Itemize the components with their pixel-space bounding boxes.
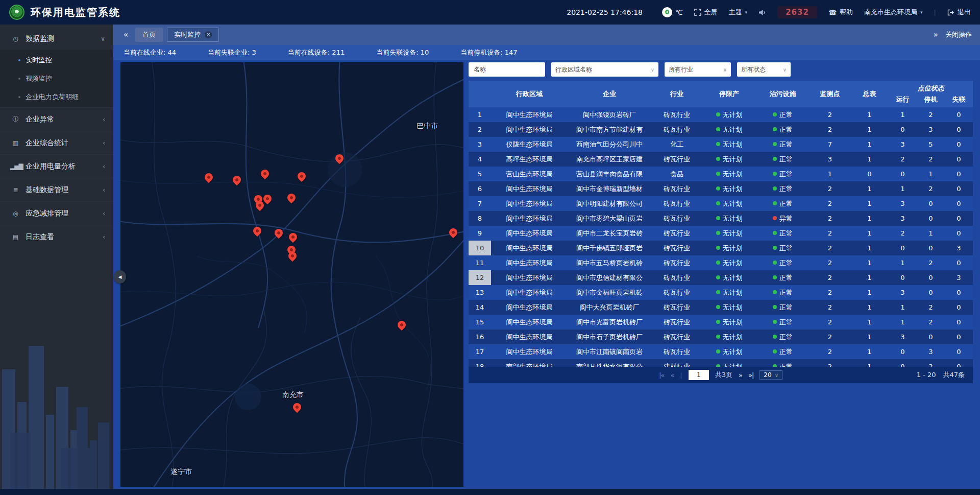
table-row[interactable]: 15阆中生态环境局阆中市光富页岩机砖厂砖瓦行业无计划正常21120: [469, 315, 973, 329]
tab[interactable]: 首页: [135, 28, 163, 42]
cell-company: 南部县珠华水泥有限公: [568, 359, 651, 367]
cell-stop: 0: [917, 270, 945, 285]
chevron-left-icon: ‹: [103, 186, 105, 194]
cell-industry: 砖瓦行业: [651, 226, 702, 241]
tabs-back-button[interactable]: «: [121, 30, 130, 39]
tab-bar: « 首页实时监控× » 关闭操作: [113, 25, 980, 45]
status-filter-select[interactable]: 所有状态 ∨: [737, 62, 791, 77]
cell-company: 阆中大兴页岩机砖厂: [568, 300, 651, 315]
tab[interactable]: 实时监控×: [167, 28, 219, 42]
map-collapse-button[interactable]: ◀: [114, 270, 126, 284]
status-dot-green: [716, 112, 720, 116]
region-filter-select[interactable]: 行政区域名称 ∨: [551, 62, 658, 77]
first-page-button[interactable]: |«: [659, 371, 664, 379]
speaker-icon: [758, 9, 766, 16]
tabs-forward-button[interactable]: »: [932, 30, 940, 39]
cell-index: 3: [469, 137, 491, 152]
cell-meters: 1: [850, 359, 889, 367]
org-selector[interactable]: 南充市生态环境局 ▾: [864, 8, 923, 17]
sidebar-item[interactable]: 视频监控: [0, 69, 113, 88]
bullet-icon: [18, 59, 20, 61]
table-row[interactable]: 6阆中生态环境局阆中市金博瑞新型墙材砖瓦行业无计划正常21120: [469, 181, 973, 196]
page-size-select[interactable]: 20 ∨: [760, 370, 782, 380]
divider: |: [934, 9, 936, 16]
fullscreen-button[interactable]: 全屏: [694, 8, 718, 17]
cell-industry: 砖瓦行业: [651, 315, 702, 329]
cell-region: 阆中生态环境局: [491, 285, 568, 300]
sidebar-section[interactable]: ▤日志查看‹: [0, 225, 113, 248]
cell-index: 15: [469, 315, 491, 329]
app-logo-icon: [9, 5, 24, 20]
cell-index: 1: [469, 107, 491, 122]
cell-run: 1: [889, 255, 917, 270]
sidebar-section[interactable]: ◷数据监测∨: [0, 27, 113, 50]
cell-lost: 0: [945, 137, 973, 152]
table-row[interactable]: 7阆中生态环境局阆中明阳建材有限公司砖瓦行业无计划正常21300: [469, 196, 973, 211]
status-dot-green: [716, 290, 720, 294]
cell-points: 2: [810, 196, 850, 211]
stat-item: 当前停机设备: 147: [460, 48, 517, 57]
next-page-button[interactable]: »: [739, 371, 742, 379]
column-header-industry: 行业: [651, 81, 702, 107]
map-roads: [120, 62, 463, 487]
log-icon: ▤: [10, 233, 20, 241]
table-row[interactable]: 16阆中生态环境局阆中市石子页岩机砖厂砖瓦行业无计划正常21300: [469, 329, 973, 344]
last-page-button[interactable]: »|: [748, 371, 753, 379]
sidebar-section[interactable]: ⓘ企业异常‹: [0, 107, 113, 131]
cell-run: 3: [889, 329, 917, 344]
cell-industry: 砖瓦行业: [651, 211, 702, 226]
table-row[interactable]: 2阆中生态环境局阆中市南方节能建材有砖瓦行业无计划正常21030: [469, 122, 973, 137]
industry-filter-select[interactable]: 所有行业 ∨: [665, 62, 731, 77]
table-row[interactable]: 12阆中生态环境局阆中市忠信建材有限公砖瓦行业无计划正常21003: [469, 270, 973, 285]
table-row[interactable]: 10阆中生态环境局阆中千佛镇五郎垭页岩砖瓦行业无计划正常21003: [469, 241, 973, 255]
name-filter-input[interactable]: [469, 62, 545, 77]
cell-region: 阆中生态环境局: [491, 241, 568, 255]
table-row[interactable]: 1阆中生态环境局阆中强锐页岩砖厂砖瓦行业无计划正常21120: [469, 107, 973, 122]
help-button[interactable]: ☎ 帮助: [828, 8, 853, 17]
table-row[interactable]: 13阆中生态环境局阆中市金福旺页岩机砖砖瓦行业无计划正常21300: [469, 285, 973, 300]
sidebar-section[interactable]: ▂▅▇企业用电量分析‹: [0, 154, 113, 178]
filter-bar: 行政区域名称 ∨ 所有行业 ∨ 所有状态 ∨: [469, 62, 973, 77]
sidebar-section-label: 企业异常: [26, 115, 54, 124]
map-panel[interactable]: ◀ 巴中市南充市遂宁市: [120, 62, 463, 487]
sidebar-menu: ◷数据监测∨实时监控视频监控企业电力负荷明细ⓘ企业异常‹▥企业综合统计‹▂▅▇企…: [0, 25, 113, 248]
page-input[interactable]: [689, 370, 709, 380]
table-row[interactable]: 5营山生态环境局营山县润丰肉食品有限食品无计划正常10010: [469, 167, 973, 181]
table-row[interactable]: 14阆中生态环境局阆中大兴页岩机砖厂砖瓦行业无计划正常21120: [469, 300, 973, 315]
cell-production: 无计划: [702, 181, 756, 196]
table-row[interactable]: 9阆中生态环境局阆中市二龙长宝页岩砖砖瓦行业无计划正常21210: [469, 226, 973, 241]
sidebar-section[interactable]: ▥企业综合统计‹: [0, 131, 113, 154]
prev-page-button[interactable]: «: [670, 371, 674, 379]
close-operations-button[interactable]: 关闭操作: [945, 30, 972, 39]
table-row[interactable]: 8阆中生态环境局阆中市枣碧大梁山页岩砖瓦行业无计划异常21300: [469, 211, 973, 226]
sidebar-item[interactable]: 企业电力负荷明细: [0, 88, 113, 106]
cell-meters: 1: [850, 211, 889, 226]
cell-meters: 1: [850, 255, 889, 270]
cell-meters: 1: [850, 137, 889, 152]
mute-button[interactable]: [758, 9, 766, 16]
sidebar-item[interactable]: 实时监控: [0, 51, 113, 69]
sidebar-section[interactable]: ◎应急减排管理‹: [0, 201, 113, 225]
alarm-count-badge[interactable]: 2632: [777, 6, 817, 18]
cell-meters: 1: [850, 300, 889, 315]
cell-run: 2: [889, 152, 917, 167]
cell-production: 无计划: [702, 167, 756, 181]
status-dot-green: [773, 112, 777, 116]
cell-facility: 正常: [756, 137, 810, 152]
temperature-badge: 0: [662, 7, 672, 17]
cell-facility: 正常: [756, 196, 810, 211]
table-row[interactable]: 4高坪生态环境局南充市高坪区王家店建砖瓦行业无计划正常31220: [469, 152, 973, 167]
logout-button[interactable]: 退出: [947, 8, 971, 17]
table-row[interactable]: 11阆中生态环境局阆中市五马桥页岩机砖砖瓦行业无计划正常21120: [469, 255, 973, 270]
theme-selector[interactable]: 主题 ▾: [729, 8, 748, 17]
fullscreen-icon: [694, 9, 701, 16]
column-header-index: [469, 81, 491, 107]
tab-close-icon[interactable]: ×: [205, 31, 212, 38]
table-row[interactable]: 17阆中生态环境局阆中市江南镇阆南页岩砖瓦行业无计划正常21030: [469, 344, 973, 359]
cell-points: 2: [810, 344, 850, 359]
chevron-left-icon: ‹: [103, 233, 105, 241]
table-row[interactable]: 18南部生态环境局南部县珠华水泥有限公建材行业无计划正常21030: [469, 359, 973, 367]
status-dot-green: [773, 261, 777, 265]
table-row[interactable]: 3仪陇生态环境局西南油气田分公司川中化工无计划正常71350: [469, 137, 973, 152]
sidebar-section[interactable]: ≣基础数据管理‹: [0, 178, 113, 201]
